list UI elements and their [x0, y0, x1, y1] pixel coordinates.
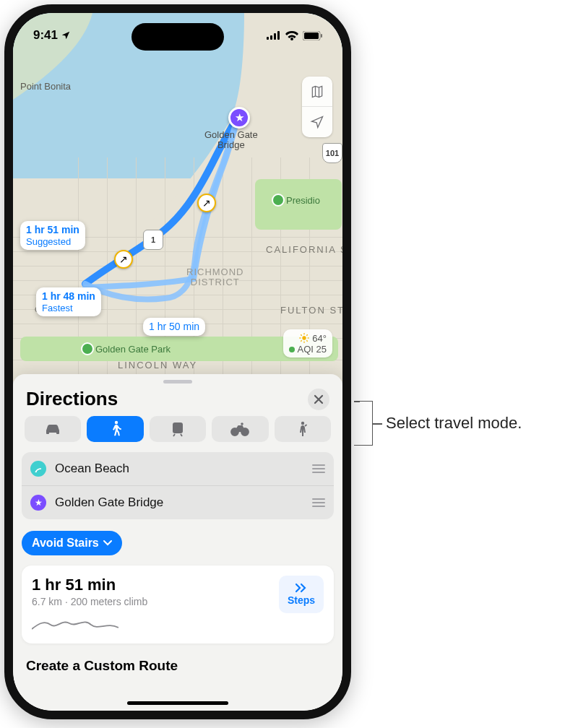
route-callout-fastest[interactable]: 1 hr 48 min Fastest [36, 287, 101, 316]
map-label-destination: Golden Gate Bridge [204, 130, 258, 151]
svg-point-16 [48, 430, 51, 433]
route-time: 1 hr 51 min [26, 224, 79, 236]
location-services-icon [61, 30, 71, 40]
poi-dot-ggpark [81, 342, 94, 355]
dynamic-island [131, 23, 224, 51]
transit-icon [171, 421, 185, 437]
poi-label-ggpark: Golden Gate Park [95, 344, 171, 355]
phone-frame: 9:41 [4, 4, 351, 719]
route-tag: Fastest [42, 303, 95, 314]
map-mode-button[interactable] [302, 77, 332, 107]
route-turn-badge: ↗ [197, 194, 216, 212]
road-label-lincoln: LINCOLN WAY [118, 360, 197, 370]
highway-shield-101: 101 [322, 143, 342, 163]
chevron-down-icon [103, 540, 112, 546]
poi-label-presidio: Presidio [286, 195, 320, 206]
rideshare-icon [297, 421, 309, 437]
route-meta: 6.7 km · 200 meters climb [32, 596, 147, 607]
close-button[interactable] [308, 389, 329, 410]
svg-point-22 [179, 430, 181, 432]
svg-point-7 [303, 336, 306, 339]
svg-point-21 [175, 430, 176, 432]
close-icon [314, 394, 324, 404]
map-controls [302, 77, 332, 137]
route-tag: Suggested [26, 236, 79, 248]
reorder-handle-icon[interactable] [312, 464, 325, 473]
svg-rect-6 [321, 34, 322, 38]
car-icon [43, 422, 62, 436]
road-label-fulton: FULTON ST [280, 305, 342, 316]
poi-dot-presidio [272, 194, 285, 207]
waypoint-label: Golden Gate Bridge [55, 495, 312, 510]
svg-line-12 [301, 334, 302, 335]
route-duration: 1 hr 51 min [32, 576, 147, 594]
map-label-point-bonita: Point Bonita [20, 81, 71, 92]
svg-point-26 [301, 422, 304, 425]
walk-icon [110, 420, 121, 438]
cellular-icon [267, 31, 281, 40]
create-custom-route[interactable]: Create a Custom Route [22, 654, 334, 674]
weather-temp: 64° [312, 333, 327, 344]
steps-button[interactable]: Steps [279, 576, 324, 613]
elevation-profile-icon [32, 613, 118, 633]
bike-icon [230, 422, 250, 436]
map-icon [310, 84, 324, 99]
destination-pin[interactable] [228, 107, 250, 129]
svg-point-27 [35, 471, 37, 472]
svg-point-18 [114, 421, 117, 424]
svg-line-13 [307, 340, 308, 341]
locate-button[interactable] [302, 107, 332, 137]
map-view[interactable]: ↗ ↗ Point Bonita Golden Gate Bridge CALI… [13, 13, 342, 381]
weather-widget[interactable]: 64° AQI 25 [283, 329, 332, 358]
waypoint-start[interactable]: Ocean Beach [22, 452, 334, 486]
route-callout-alt[interactable]: 1 hr 50 min [143, 318, 205, 336]
start-pin-icon [30, 461, 46, 477]
svg-rect-5 [304, 32, 319, 39]
route-time: 1 hr 50 min [149, 321, 199, 333]
svg-rect-2 [274, 33, 276, 40]
mode-rideshare[interactable] [275, 416, 331, 442]
waypoint-label: Ocean Beach [55, 462, 312, 476]
route-turn-badge: ↗ [114, 250, 133, 269]
waypoints-list: Ocean Beach ★ Golden Gate Bridge [22, 452, 334, 519]
road-label-california: CALIFORNIA ST [266, 244, 342, 255]
wifi-icon [285, 31, 298, 40]
status-time: 9:41 [33, 28, 58, 43]
annotation-callout: Select travel mode. [360, 401, 522, 446]
mode-transit[interactable] [150, 416, 206, 442]
svg-line-14 [301, 340, 302, 341]
bracket-icon [360, 401, 373, 446]
mode-drive[interactable] [25, 416, 81, 442]
svg-point-25 [241, 422, 244, 425]
chevrons-right-icon [295, 583, 308, 593]
svg-rect-20 [174, 425, 181, 428]
aqi-dot-icon [289, 347, 295, 352]
route-time: 1 hr 48 min [42, 290, 95, 303]
district-label-richmond: RICHMOND DISTRICT [186, 267, 244, 288]
svg-rect-0 [267, 37, 269, 40]
weather-aqi: AQI 25 [298, 344, 327, 355]
route-callout-suggested[interactable]: 1 hr 51 min Suggested [20, 221, 85, 250]
svg-line-15 [307, 334, 308, 335]
callout-text: Select travel mode. [386, 414, 522, 433]
end-pin-icon: ★ [30, 495, 46, 511]
filter-label: Avoid Stairs [32, 537, 99, 550]
directions-sheet[interactable]: Directions [13, 374, 342, 711]
svg-point-17 [56, 430, 58, 433]
svg-rect-1 [270, 35, 272, 40]
screen: 9:41 [13, 13, 342, 711]
highway-shield-1: 1 [143, 230, 163, 250]
sheet-grabber[interactable] [163, 380, 192, 384]
route-summary-card[interactable]: 1 hr 51 min 6.7 km · 200 meters climb St… [22, 566, 334, 644]
location-arrow-icon [310, 115, 324, 129]
steps-label: Steps [288, 594, 315, 606]
avoid-filter-button[interactable]: Avoid Stairs [22, 531, 122, 555]
mode-cycle[interactable] [212, 416, 268, 442]
home-indicator[interactable] [127, 701, 228, 705]
reorder-handle-icon[interactable] [312, 498, 325, 507]
mode-walk[interactable] [87, 416, 143, 442]
battery-icon [303, 31, 322, 40]
svg-rect-3 [277, 31, 280, 40]
waypoint-end[interactable]: ★ Golden Gate Bridge [22, 486, 334, 519]
sun-icon [298, 332, 310, 344]
